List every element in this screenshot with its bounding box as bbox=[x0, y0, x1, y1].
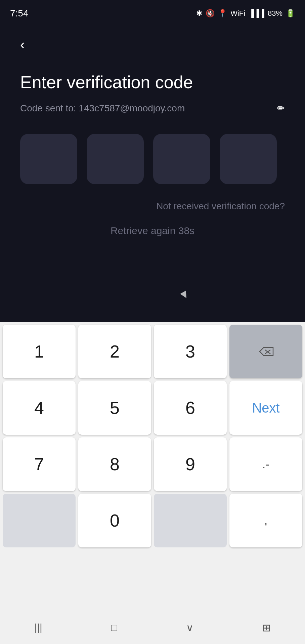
key-1[interactable]: 1 bbox=[3, 325, 76, 378]
status-time: 7:54 bbox=[10, 8, 29, 19]
subtitle-prefix: Code sent to: bbox=[20, 103, 79, 113]
code-box-3[interactable] bbox=[153, 134, 210, 184]
key-0[interactable]: 0 bbox=[78, 494, 151, 547]
subtitle: Code sent to: 143c7587@moodjoy.com bbox=[20, 103, 185, 114]
signal-icon: ▐▐▐ bbox=[249, 9, 264, 18]
location-icon: 📍 bbox=[218, 9, 227, 18]
key-9[interactable]: 9 bbox=[154, 437, 227, 491]
key-comma[interactable]: , bbox=[229, 494, 302, 547]
key-dot-dash[interactable]: .- bbox=[229, 437, 302, 491]
keyboard-row-3: 7 8 9 .- bbox=[3, 437, 302, 491]
numeric-keyboard: 1 2 3 4 5 6 Next 7 8 9 .- bbox=[0, 322, 305, 644]
key-empty-left bbox=[3, 494, 76, 547]
code-box-4[interactable] bbox=[220, 134, 277, 184]
key-6[interactable]: 6 bbox=[154, 381, 227, 435]
battery-text: 83% bbox=[268, 9, 282, 18]
nav-home[interactable]: □ bbox=[111, 622, 117, 633]
nav-back[interactable]: ∨ bbox=[186, 622, 193, 634]
keyboard-row-1: 1 2 3 bbox=[3, 325, 302, 378]
page-title: Enter verification code bbox=[20, 72, 285, 93]
key-5[interactable]: 5 bbox=[78, 381, 151, 435]
battery-icon: 🔋 bbox=[286, 9, 295, 18]
volume-icon: 🔇 bbox=[206, 9, 215, 18]
status-icons: ✱ 🔇 📍 WiFi ▐▐▐ 83% 🔋 bbox=[196, 9, 295, 18]
key-7[interactable]: 7 bbox=[3, 437, 76, 491]
code-box-2[interactable] bbox=[87, 134, 144, 184]
key-3[interactable]: 3 bbox=[154, 325, 227, 378]
subtitle-row: Code sent to: 143c7587@moodjoy.com ✏ bbox=[20, 103, 285, 114]
edit-icon[interactable]: ✏ bbox=[277, 103, 285, 114]
key-next[interactable]: Next bbox=[229, 381, 302, 435]
keyboard-row-2: 4 5 6 Next bbox=[3, 381, 302, 435]
key-empty-right bbox=[154, 494, 227, 547]
not-received-text: Not received verification code? bbox=[20, 201, 285, 212]
back-button[interactable]: ‹ bbox=[20, 38, 25, 52]
main-content: ‹ Enter verification code Code sent to: … bbox=[0, 24, 305, 346]
code-input-boxes bbox=[20, 134, 285, 184]
email-address: 143c7587@moodjoy.com bbox=[79, 103, 185, 113]
key-4[interactable]: 4 bbox=[3, 381, 76, 435]
nav-bar: ||| □ ∨ ⊞ bbox=[0, 614, 305, 644]
nav-keyboard-toggle[interactable]: ⊞ bbox=[262, 622, 271, 634]
key-8[interactable]: 8 bbox=[78, 437, 151, 491]
keyboard-row-4: 0 , bbox=[3, 494, 302, 547]
keyboard-rows: 1 2 3 4 5 6 Next 7 8 9 .- bbox=[0, 322, 305, 547]
bluetooth-icon: ✱ bbox=[196, 9, 202, 18]
code-box-1[interactable] bbox=[20, 134, 77, 184]
key-2[interactable]: 2 bbox=[78, 325, 151, 378]
status-bar: 7:54 ✱ 🔇 📍 WiFi ▐▐▐ 83% 🔋 bbox=[0, 0, 305, 24]
retrieve-again-text[interactable]: Retrieve again 38s bbox=[20, 225, 285, 236]
nav-recent-apps[interactable]: ||| bbox=[34, 622, 42, 633]
wifi-icon: WiFi bbox=[230, 9, 245, 18]
key-backspace[interactable] bbox=[229, 325, 302, 378]
